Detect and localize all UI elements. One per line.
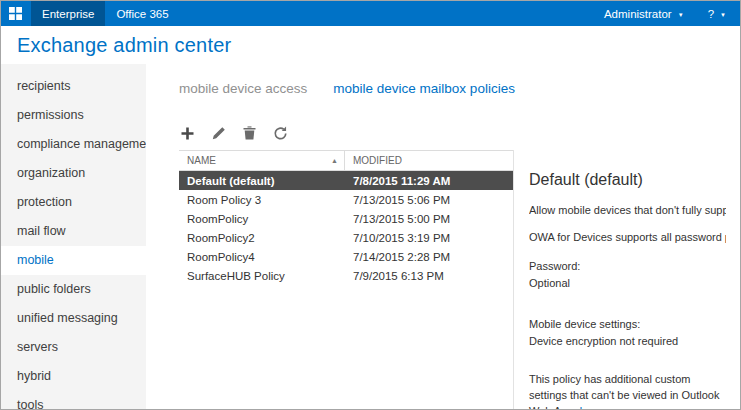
page-body: recipients permissions compliance manage…	[1, 64, 740, 409]
column-name-label: NAME	[187, 155, 216, 166]
policy-name-cell: RoomPolicy4	[179, 251, 345, 263]
top-bar: Enterprise Office 365 Administrator ▼ ? …	[1, 1, 740, 26]
details-owa-text: OWA for Devices supports all password po…	[529, 231, 726, 243]
table-row[interactable]: RoomPolicy4 7/14/2015 2:28 PM	[179, 247, 513, 266]
user-menu[interactable]: Administrator ▼	[604, 8, 684, 20]
chevron-down-icon: ▼	[720, 12, 726, 18]
details-intro-text: Allow mobile devices that don't fully su…	[529, 204, 726, 216]
refresh-icon[interactable]	[272, 125, 289, 142]
top-bar-right: Administrator ▼ ? ▼	[604, 1, 740, 26]
exchange-admin-center-window: Enterprise Office 365 Administrator ▼ ? …	[0, 0, 741, 410]
policy-name-cell: RoomPolicy	[179, 213, 345, 225]
top-bar-left: Enterprise Office 365	[1, 1, 180, 26]
policy-modified-cell: 7/10/2015 3:19 PM	[345, 232, 513, 244]
page-title: Exchange admin center	[17, 34, 231, 57]
sidebar-nav: recipients permissions compliance manage…	[1, 64, 146, 409]
office-logo-icon[interactable]	[1, 1, 31, 26]
policy-name-cell: Default (default)	[179, 175, 345, 187]
policy-name-cell: Room Policy 3	[179, 194, 345, 206]
password-label: Password:	[529, 258, 726, 275]
policy-modified-cell: 7/13/2015 5:06 PM	[345, 194, 513, 206]
policy-modified-cell: 7/8/2015 11:29 AM	[345, 175, 513, 187]
help-menu-label: ?	[708, 8, 714, 20]
sidebar-item-compliance-management[interactable]: compliance management	[1, 130, 146, 159]
sidebar-item-protection[interactable]: protection	[1, 188, 146, 217]
policy-name-cell: RoomPolicy2	[179, 232, 345, 244]
main-area: mobile device access mobile device mailb…	[146, 64, 740, 409]
password-value: Optional	[529, 275, 726, 292]
list-toolbar	[179, 116, 513, 150]
add-icon[interactable]	[179, 125, 196, 142]
column-header-modified[interactable]: MODIFIED	[345, 155, 513, 166]
details-title: Default (default)	[529, 171, 726, 189]
page-header: Exchange admin center	[1, 26, 740, 64]
learn-more-link[interactable]: Learn more	[580, 405, 636, 409]
sidebar-item-mobile[interactable]: mobile	[1, 246, 146, 275]
work-area: NAME ▲ MODIFIED Default (default) 7/8/20…	[146, 116, 740, 409]
policy-list-pane: NAME ▲ MODIFIED Default (default) 7/8/20…	[179, 116, 513, 409]
table-row[interactable]: Default (default) 7/8/2015 11:29 AM	[179, 171, 513, 190]
policy-modified-cell: 7/13/2015 5:00 PM	[345, 213, 513, 225]
table-row[interactable]: Room Policy 3 7/13/2015 5:06 PM	[179, 190, 513, 209]
sidebar-item-servers[interactable]: servers	[1, 333, 146, 362]
policy-modified-cell: 7/14/2015 2:28 PM	[345, 251, 513, 263]
sidebar-item-organization[interactable]: organization	[1, 159, 146, 188]
custom-settings-note: This policy has additional custom settin…	[529, 372, 726, 409]
sidebar-item-permissions[interactable]: permissions	[1, 101, 146, 130]
sidebar-item-hybrid[interactable]: hybrid	[1, 362, 146, 391]
sidebar-item-unified-messaging[interactable]: unified messaging	[1, 304, 146, 333]
custom-settings-note-text: This policy has additional custom settin…	[529, 373, 719, 409]
table-header: NAME ▲ MODIFIED	[179, 150, 513, 171]
tab-mobile-device-access[interactable]: mobile device access	[179, 81, 307, 116]
sidebar-item-tools[interactable]: tools	[1, 391, 146, 409]
tab-enterprise[interactable]: Enterprise	[31, 1, 105, 26]
sidebar-item-recipients[interactable]: recipients	[1, 72, 146, 101]
table-row[interactable]: RoomPolicy2 7/10/2015 3:19 PM	[179, 228, 513, 247]
device-settings-label: Mobile device settings:	[529, 316, 726, 333]
sort-asc-icon: ▲	[331, 157, 338, 164]
column-header-name[interactable]: NAME ▲	[179, 151, 345, 170]
policy-modified-cell: 7/9/2015 6:13 PM	[345, 270, 513, 282]
user-menu-label: Administrator	[604, 8, 672, 20]
help-menu[interactable]: ? ▼	[708, 8, 726, 20]
section-tabs: mobile device access mobile device mailb…	[146, 64, 740, 116]
details-pane: Default (default) Allow mobile devices t…	[513, 150, 740, 409]
table-row[interactable]: RoomPolicy 7/13/2015 5:00 PM	[179, 209, 513, 228]
policy-rows: Default (default) 7/8/2015 11:29 AM Room…	[179, 171, 513, 409]
tab-office-365[interactable]: Office 365	[105, 1, 179, 26]
table-row[interactable]: SurfaceHUB Policy 7/9/2015 6:13 PM	[179, 266, 513, 285]
delete-icon[interactable]	[241, 125, 258, 142]
sidebar-item-mail-flow[interactable]: mail flow	[1, 217, 146, 246]
edit-icon[interactable]	[210, 125, 227, 142]
device-settings-value: Device encryption not required	[529, 333, 726, 350]
chevron-down-icon: ▼	[678, 12, 684, 18]
sidebar-item-public-folders[interactable]: public folders	[1, 275, 146, 304]
tab-mobile-device-mailbox-policies[interactable]: mobile device mailbox policies	[333, 81, 515, 116]
device-settings: Mobile device settings: Device encryptio…	[529, 316, 726, 350]
policy-name-cell: SurfaceHUB Policy	[179, 270, 345, 282]
password-setting: Password: Optional	[529, 258, 726, 292]
